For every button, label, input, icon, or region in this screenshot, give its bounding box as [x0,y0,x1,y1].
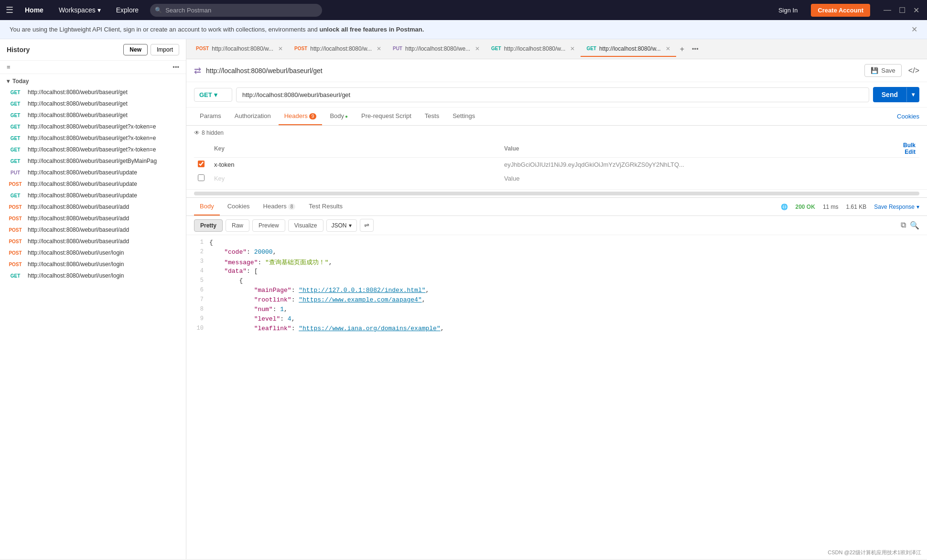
history-item[interactable]: POSThttp://localhost:8080/weburl/baseurl… [0,236,186,247]
horizontal-scrollbar[interactable] [194,192,919,195]
cookies-link[interactable]: Cookies [897,113,919,120]
method-badge: GET [7,147,24,153]
method-select[interactable]: GET ▾ [194,88,232,102]
sidebar-title: History [7,46,30,54]
resp-tab-body[interactable]: Body [194,198,220,215]
headers-table: Key Value Bulk Edit x-token eyJhbGciOiJI… [194,140,919,185]
search-icon: 🔍 [155,7,162,13]
history-item[interactable]: GEThttp://localhost:8080/weburl/baseurl/… [0,86,186,98]
tab-headers[interactable]: Headers9 [279,108,323,125]
history-item[interactable]: POSThttp://localhost:8080/weburl/baseurl… [0,224,186,236]
tab-item[interactable]: GET http://localhost:8080/w...✕ [485,42,581,57]
url-input[interactable] [236,87,869,102]
response-toolbar-right: ⧉ 🔍 [901,221,919,230]
tab-authorization[interactable]: Authorization [229,108,277,125]
tab-item[interactable]: GET http://localhost:8080/w...✕ [581,42,676,57]
visualize-button[interactable]: Visualize [288,219,323,232]
nav-home[interactable]: Home [21,4,47,16]
method-badge: GET [7,158,24,164]
tab-add-button[interactable]: + [676,41,688,57]
code-line: 3 "message": "查询基础页面成功！", [186,258,927,268]
sidebar-content: ▾ Today GEThttp://localhost:8080/weburl/… [0,74,186,559]
search-response-icon[interactable]: 🔍 [910,221,919,230]
save-button[interactable]: 💾 Save [864,64,902,77]
format-select[interactable]: JSON ▾ [326,219,357,232]
tab-settings[interactable]: Settings [447,108,481,125]
code-button[interactable]: </> [908,66,919,75]
resp-tab-test-results[interactable]: Test Results [303,198,348,215]
request-panel: ⇄ http://localhost:8080/weburl/baseurl/g… [186,59,927,559]
send-dropdown-arrow[interactable]: ▾ [906,87,919,102]
tab-item[interactable]: PUT http://localhost:8080/we...✕ [387,42,485,57]
tab-params[interactable]: Params [194,108,227,125]
tab-pre-request-script[interactable]: Pre-request Script [356,108,417,125]
request-header: ⇄ http://localhost:8080/weburl/baseurl/g… [186,59,927,82]
history-item[interactable]: GEThttp://localhost:8080/weburl/baseurl/… [0,132,186,144]
code-line: 4 "data": [ [186,268,927,277]
banner-close-button[interactable]: ✕ [911,25,917,34]
method-badge: GET [7,273,24,279]
code-line: 5 { [186,277,927,287]
code-line: 10 "leaflink": "https://www.iana.org/dom… [186,325,927,334]
save-response-button[interactable]: Save Response ▾ [874,204,919,210]
method-badge: GET [7,101,24,107]
new-button[interactable]: New [123,44,148,55]
nav-explore[interactable]: Explore [112,4,142,16]
response-body-toolbar: Pretty Raw Preview Visualize JSON ▾ ⇌ ⧉ … [186,216,927,235]
history-item[interactable]: GEThttp://localhost:8080/weburl/baseurl/… [0,121,186,132]
history-item[interactable]: GEThttp://localhost:8080/weburl/baseurl/… [0,98,186,109]
tab-tests[interactable]: Tests [419,108,445,125]
import-button[interactable]: Import [151,44,179,55]
create-account-button[interactable]: Create Account [811,4,870,17]
method-badge: POST [7,261,24,268]
search-input[interactable] [150,4,322,17]
banner-text: You are using the Lightweight API Client… [10,26,424,33]
window-controls: — ☐ ✕ [882,5,921,16]
tab-item[interactable]: POST http://localhost:8080/w...✕ [190,42,289,57]
header-checkbox[interactable] [198,174,205,181]
history-item[interactable]: POSThttp://localhost:8080/weburl/baseurl… [0,201,186,213]
sign-in-button[interactable]: Sign In [773,5,803,16]
sidebar-toolbar: ≡ ••• [0,61,186,74]
minimize-button[interactable]: — [882,5,893,16]
method-badge: POST [7,227,24,233]
send-button[interactable]: Send ▾ [873,87,919,102]
history-item[interactable]: PUThttp://localhost:8080/weburl/baseurl/… [0,167,186,178]
history-item[interactable]: POSThttp://localhost:8080/weburl/user/lo… [0,247,186,258]
tab-item[interactable]: POST http://localhost:8080/w...✕ [289,42,387,57]
menu-icon[interactable]: ☰ [6,5,13,15]
history-item[interactable]: POSThttp://localhost:8080/weburl/user/lo… [0,258,186,270]
history-group-today[interactable]: ▾ Today [0,74,186,86]
resp-tab-cookies[interactable]: Cookies [222,198,256,215]
bulk-edit-button[interactable]: Bulk Edit [899,140,919,158]
resp-tab-headers[interactable]: Headers8 [258,198,302,215]
preview-button[interactable]: Preview [252,219,285,232]
copy-icon[interactable]: ⧉ [901,221,906,230]
sidebar-more-icon[interactable]: ••• [172,64,179,71]
history-item[interactable]: POSThttp://localhost:8080/weburl/baseurl… [0,178,186,190]
nav-workspaces[interactable]: Workspaces ▾ [55,4,105,16]
filter-icon[interactable]: ≡ [7,64,11,71]
response-tabs: Body Cookies Headers8 Test Results 🌐 200… [186,198,927,216]
maximize-button[interactable]: ☐ [897,5,907,16]
raw-button[interactable]: Raw [226,219,249,232]
history-item[interactable]: GEThttp://localhost:8080/weburl/baseurl/… [0,190,186,201]
header-checkbox[interactable] [198,161,205,167]
history-item[interactable]: GEThttp://localhost:8080/weburl/user/log… [0,270,186,281]
close-button[interactable]: ✕ [911,5,921,16]
method-badge: POST [7,204,24,210]
history-item[interactable]: GEThttp://localhost:8080/weburl/baseurl/… [0,144,186,155]
history-item[interactable]: GEThttp://localhost:8080/weburl/baseurl/… [0,109,186,121]
history-item[interactable]: GEThttp://localhost:8080/weburl/baseurl/… [0,155,186,167]
search-bar-wrapper: 🔍 [150,4,322,17]
history-item[interactable]: POSThttp://localhost:8080/weburl/baseurl… [0,213,186,224]
response-time: 11 ms [823,204,839,210]
code-line: 9 "level": 4, [186,315,927,325]
tab-more-button[interactable]: ••• [688,42,702,56]
response-meta: 🌐 200 OK 11 ms 1.61 KB Save Response ▾ [781,204,919,210]
tab-body[interactable]: Body● [324,108,354,125]
value-header: Value [500,140,899,158]
wrap-button[interactable]: ⇌ [360,219,374,232]
pretty-button[interactable]: Pretty [194,219,223,232]
eye-icon: 👁 [194,129,200,136]
